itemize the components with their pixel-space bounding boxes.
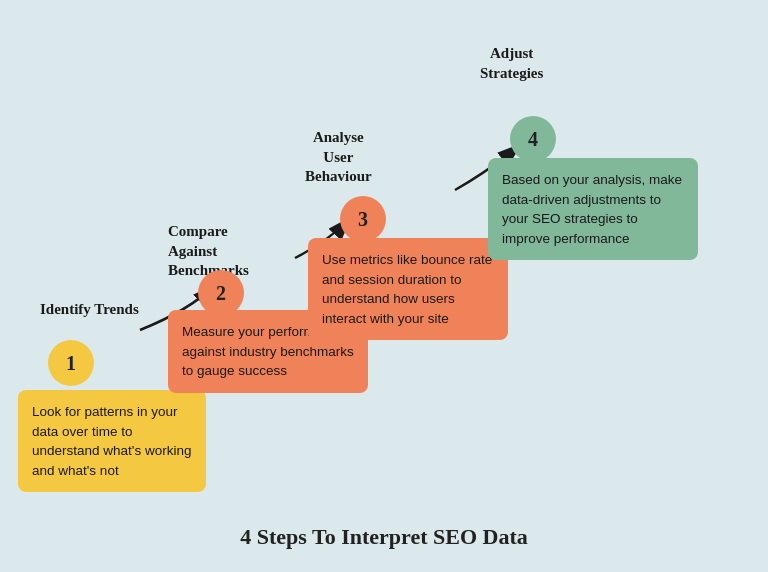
step4-circle: 4 [510, 116, 556, 162]
step3-number: 3 [358, 208, 368, 231]
step4-label-text: AdjustStrategies [480, 45, 543, 81]
step1-label: Identify Trends [40, 300, 139, 320]
step4-description-text: Based on your analysis, make data-driven… [502, 172, 682, 246]
step3-circle: 3 [340, 196, 386, 242]
step4-number: 4 [528, 128, 538, 151]
step3-label: AnalyseUserBehaviour [305, 128, 372, 187]
main-container: Identify Trends 1 Look for patterns in y… [0, 0, 768, 572]
step1-description-text: Look for patterns in your data over time… [32, 404, 191, 478]
step1-number: 1 [66, 352, 76, 375]
step1-description: Look for patterns in your data over time… [18, 390, 206, 492]
step2-label-text: CompareAgainstBenchmarks [168, 223, 249, 278]
step2-label: CompareAgainstBenchmarks [168, 222, 249, 281]
step3-description: Use metrics like bounce rate and session… [308, 238, 508, 340]
step3-label-text: AnalyseUserBehaviour [305, 129, 372, 184]
step1-circle: 1 [48, 340, 94, 386]
step4-description: Based on your analysis, make data-driven… [488, 158, 698, 260]
step1-label-text: Identify Trends [40, 301, 139, 317]
title-text: 4 Steps To Interpret SEO Data [240, 524, 527, 549]
page-title: 4 Steps To Interpret SEO Data [0, 524, 768, 550]
step2-number: 2 [216, 282, 226, 305]
step4-label: AdjustStrategies [480, 44, 543, 83]
step3-description-text: Use metrics like bounce rate and session… [322, 252, 492, 326]
